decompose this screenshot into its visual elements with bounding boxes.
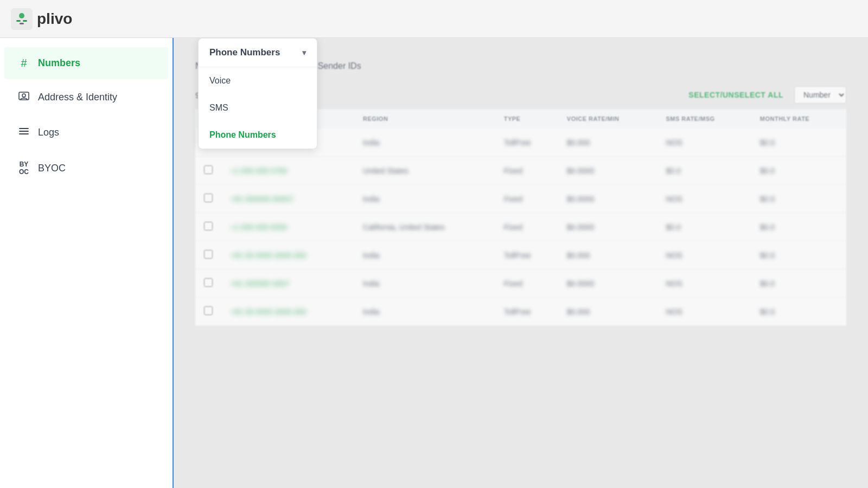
svg-rect-3 bbox=[23, 20, 27, 22]
hash-icon: # bbox=[17, 57, 30, 69]
sidebar-label-numbers: Numbers bbox=[38, 57, 80, 69]
svg-rect-2 bbox=[16, 20, 21, 22]
table-row: +91 00 0000 0000 000 India TollFree $0.0… bbox=[195, 241, 846, 269]
col-region: REGION bbox=[354, 109, 495, 129]
voice-rate-cell: $0.000 bbox=[558, 241, 658, 269]
dropdown-item-sms[interactable]: SMS bbox=[199, 94, 317, 121]
table-row: +1 000 000 0000 California, United State… bbox=[195, 213, 846, 241]
sidebar-item-logs[interactable]: Logs bbox=[4, 115, 168, 150]
dropdown-title: Phone Numbers bbox=[209, 47, 280, 58]
svg-rect-4 bbox=[20, 23, 24, 24]
sms-rate-cell: NOS bbox=[657, 185, 751, 213]
row-checkbox[interactable] bbox=[204, 250, 213, 259]
voice-rate-cell: $0.0000 bbox=[558, 213, 658, 241]
monthly-rate-cell: $0.0 bbox=[751, 269, 846, 298]
row-checkbox[interactable] bbox=[204, 278, 213, 287]
row-checkbox-cell[interactable] bbox=[195, 241, 221, 269]
row-checkbox-cell[interactable] bbox=[195, 298, 221, 326]
number-filter-select[interactable]: Number bbox=[794, 86, 846, 104]
monthly-rate-cell: $0.0 bbox=[751, 157, 846, 185]
sms-rate-cell: NOS bbox=[657, 298, 751, 326]
row-checkbox-cell[interactable] bbox=[195, 185, 221, 213]
monthly-rate-cell: $0.0 bbox=[751, 129, 846, 157]
voice-rate-cell: $0.000 bbox=[558, 129, 658, 157]
voice-rate-cell: $0.000 bbox=[558, 298, 658, 326]
svg-point-6 bbox=[22, 94, 25, 97]
dropdown-header[interactable]: Phone Numbers ▾ bbox=[199, 38, 317, 67]
row-checkbox-cell[interactable] bbox=[195, 269, 221, 298]
voice-rate-cell: $0.0000 bbox=[558, 185, 658, 213]
col-sms-rate: SMS RATE/MSG bbox=[657, 109, 751, 129]
type-cell: Fixed bbox=[495, 213, 558, 241]
row-checkbox[interactable] bbox=[204, 222, 213, 230]
number-cell: +91 00 0000 0000 000 bbox=[221, 241, 354, 269]
voice-rate-cell: $0.0000 bbox=[558, 269, 658, 298]
type-cell: TollFree bbox=[495, 129, 558, 157]
sms-rate-cell: $0.0 bbox=[657, 213, 751, 241]
region-cell: United States bbox=[354, 157, 495, 185]
logo-text: plivo bbox=[37, 10, 72, 28]
col-monthly-rate: MONTHLY RATE bbox=[751, 109, 846, 129]
sms-rate-cell: NOS bbox=[657, 269, 751, 298]
region-cell: India bbox=[354, 269, 495, 298]
row-checkbox[interactable] bbox=[204, 306, 213, 315]
dropdown-item-phone-numbers[interactable]: Phone Numbers bbox=[199, 121, 317, 149]
address-icon bbox=[17, 90, 30, 105]
table-row: +91 000000 0007 India Fixed $0.0000 NOS … bbox=[195, 269, 846, 298]
number-cell: +91 000000 0007 bbox=[221, 269, 354, 298]
region-cell: India bbox=[354, 129, 495, 157]
monthly-rate-cell: $0.0 bbox=[751, 185, 846, 213]
number-cell: +91 00 0000 0000 000 bbox=[221, 298, 354, 326]
content-area: Phone Numbers ▾ Voice SMS Phone Numbers bbox=[174, 38, 868, 488]
svg-rect-0 bbox=[11, 8, 33, 30]
region-cell: India bbox=[354, 241, 495, 269]
dropdown-container: Phone Numbers ▾ Voice SMS Phone Numbers bbox=[198, 38, 317, 149]
sms-rate-cell: NOS bbox=[657, 129, 751, 157]
monthly-rate-cell: $0.0 bbox=[751, 298, 846, 326]
row-checkbox-cell[interactable] bbox=[195, 213, 221, 241]
table-row: +91 000000 00007 India Fixed $0.0000 NOS… bbox=[195, 185, 846, 213]
number-cell: +1 000 000 0700 bbox=[221, 157, 354, 185]
sms-rate-cell: NOS bbox=[657, 241, 751, 269]
monthly-rate-cell: $0.0 bbox=[751, 213, 846, 241]
sidebar: # Numbers Address & Identity L bbox=[0, 38, 174, 488]
region-cell: India bbox=[354, 298, 495, 326]
svg-rect-5 bbox=[19, 92, 29, 100]
sidebar-item-address-identity[interactable]: Address & Identity bbox=[4, 80, 168, 114]
region-cell: India bbox=[354, 185, 495, 213]
number-cell: +91 000000 00007 bbox=[221, 185, 354, 213]
sms-rate-cell: $0.0 bbox=[657, 157, 751, 185]
sidebar-item-byoc[interactable]: BYOC BYOC bbox=[4, 151, 168, 186]
row-checkbox[interactable] bbox=[204, 165, 213, 174]
dropdown-item-voice[interactable]: Voice bbox=[199, 67, 317, 94]
sidebar-item-numbers[interactable]: # Numbers bbox=[4, 47, 168, 79]
monthly-rate-cell: $0.0 bbox=[751, 241, 846, 269]
voice-rate-cell: $0.0000 bbox=[558, 157, 658, 185]
logs-icon bbox=[17, 125, 30, 140]
byoc-icon: BYOC bbox=[17, 160, 30, 176]
col-type: TYPE bbox=[495, 109, 558, 129]
table-row: +1 000 000 0700 United States Fixed $0.0… bbox=[195, 157, 846, 185]
sidebar-label-address: Address & Identity bbox=[38, 92, 117, 103]
type-cell: TollFree bbox=[495, 241, 558, 269]
number-cell: +1 000 000 0000 bbox=[221, 213, 354, 241]
chevron-down-icon: ▾ bbox=[302, 48, 306, 57]
main-layout: # Numbers Address & Identity L bbox=[0, 38, 868, 488]
table-row: +91 00 0000 0000 000 India TollFree $0.0… bbox=[195, 298, 846, 326]
svg-point-1 bbox=[19, 13, 24, 18]
col-voice-rate: VOICE RATE/MIN bbox=[558, 109, 658, 129]
type-cell: Fixed bbox=[495, 185, 558, 213]
sidebar-label-byoc: BYOC bbox=[38, 163, 66, 174]
logo: plivo bbox=[11, 8, 72, 30]
row-checkbox-cell[interactable] bbox=[195, 157, 221, 185]
select-unselect-all-button[interactable]: SELECT/UNSELECT ALL bbox=[688, 91, 783, 99]
type-cell: Fixed bbox=[495, 269, 558, 298]
sidebar-label-logs: Logs bbox=[38, 127, 59, 138]
header: plivo bbox=[0, 0, 868, 38]
type-cell: Fixed bbox=[495, 157, 558, 185]
plivo-logo-icon bbox=[11, 8, 33, 30]
dropdown-overlay: Phone Numbers ▾ Voice SMS Phone Numbers bbox=[198, 38, 317, 149]
type-cell: TollFree bbox=[495, 298, 558, 326]
region-cell: California, United States bbox=[354, 213, 495, 241]
row-checkbox[interactable] bbox=[204, 194, 213, 202]
